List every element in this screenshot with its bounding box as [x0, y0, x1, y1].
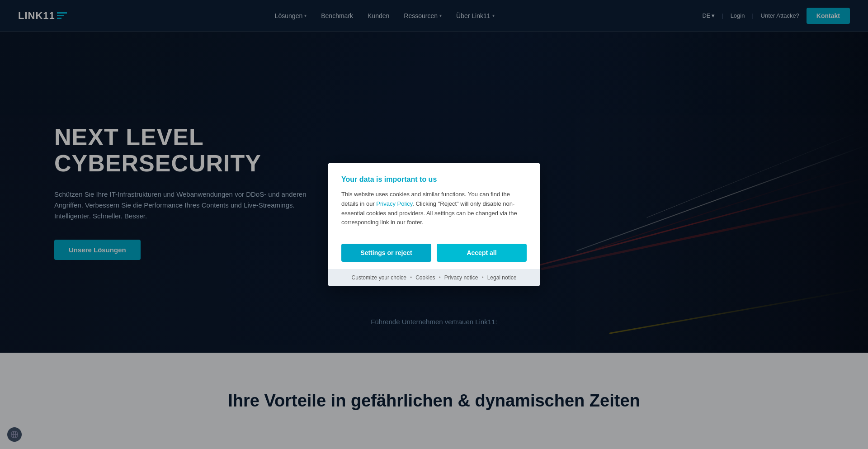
cookie-footer: Customize your choice • Cookies • Privac…: [328, 269, 540, 286]
accept-all-button[interactable]: Accept all: [437, 244, 527, 262]
footer-sep-2: •: [439, 274, 441, 281]
customize-choice-link[interactable]: Customize your choice: [352, 274, 406, 281]
cookie-dialog: Your data is important to us This websit…: [328, 163, 540, 286]
footer-sep-1: •: [410, 274, 412, 281]
cookie-text: This website uses cookies and similar fu…: [341, 190, 527, 227]
cookie-title: Your data is important to us: [341, 175, 527, 184]
cookie-buttons: Settings or reject Accept all: [328, 236, 540, 269]
privacy-notice-link[interactable]: Privacy notice: [444, 274, 478, 281]
cookie-body: Your data is important to us This websit…: [328, 163, 540, 236]
cookies-link[interactable]: Cookies: [415, 274, 435, 281]
footer-sep-3: •: [481, 274, 483, 281]
settings-or-reject-button[interactable]: Settings or reject: [341, 244, 431, 262]
privacy-policy-link[interactable]: Privacy Policy: [376, 200, 412, 207]
legal-notice-link[interactable]: Legal notice: [487, 274, 517, 281]
cookie-overlay: Your data is important to us This websit…: [0, 0, 868, 449]
